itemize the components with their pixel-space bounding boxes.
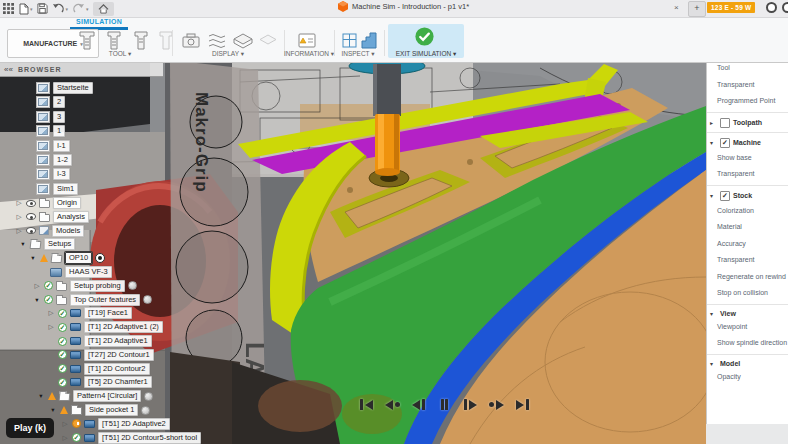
section-header-view[interactable]: ▾View — [707, 307, 788, 319]
inspect-group-label[interactable]: INSPECT ▾ — [332, 50, 384, 58]
tree-row[interactable]: ▾Setups — [0, 238, 75, 250]
tree-row[interactable]: ▷Origin — [0, 197, 81, 209]
panel-setting-programmed-point[interactable]: Programmed Point — [707, 93, 788, 110]
tree-row[interactable]: ▾OP10 — [0, 252, 105, 264]
panel-setting-show-spindle-direction[interactable]: Show spindle direction — [707, 335, 788, 352]
simulation-context-tab[interactable]: SIMULATION — [72, 18, 126, 25]
named-view-row[interactable]: Startseite — [0, 82, 93, 94]
exit-simulation-check-icon — [414, 26, 435, 51]
pause-button[interactable] — [436, 396, 453, 413]
home-view-button[interactable] — [93, 2, 114, 16]
operation-icon — [84, 434, 95, 442]
section-header-model[interactable]: ▾Model — [707, 357, 788, 369]
app-grid-icon[interactable] — [3, 3, 14, 14]
expand-arrow-icon: ▷ — [15, 227, 23, 235]
information-group-label[interactable]: INFORMATION ▾ — [278, 50, 340, 58]
section-header-stock[interactable]: ▾✓Stock — [707, 188, 788, 203]
document-tab[interactable]: Machine Sim - Introduction - p1 v1* — [338, 1, 469, 12]
tree-row[interactable]: ▾Pattern4 [Circular] — [0, 390, 153, 402]
step-forward-button[interactable] — [462, 396, 479, 413]
redo-button[interactable]: ▾ — [72, 3, 89, 14]
named-view-row[interactable]: I-3 — [0, 168, 70, 180]
step-back-button[interactable] — [410, 396, 427, 413]
tree-row[interactable]: HAAS VF-3 — [0, 266, 112, 278]
playback-bar-glyph — [445, 399, 448, 410]
panel-footer-area — [706, 424, 788, 444]
display-group-label[interactable]: DISPLAY ▾ — [198, 50, 258, 58]
section-caret-icon[interactable]: ▾ — [710, 310, 717, 317]
panel-setting-transparent[interactable]: Transparent — [707, 77, 788, 94]
tree-row[interactable]: ▷✓[T1] 2D Adaptive1 (2) — [0, 321, 163, 333]
panel-setting-transparent[interactable]: Transparent — [707, 252, 788, 269]
active-setup-radio[interactable] — [95, 253, 105, 263]
tree-row[interactable]: ▷✓Setup probing — [0, 280, 137, 292]
tree-row[interactable]: ▾✓Top Outer features — [0, 294, 152, 306]
named-view-row[interactable]: 3 — [0, 111, 65, 123]
section-caret-icon[interactable]: ▾ — [710, 192, 717, 199]
section-header-toolpath[interactable]: ▸Toolpath — [707, 115, 788, 130]
file-menu-button[interactable]: ▾ — [18, 3, 33, 15]
tool-group-label[interactable]: TOOL ▾ — [95, 50, 145, 58]
section-checkbox-stock[interactable]: ✓ — [720, 191, 730, 201]
operation-icon — [70, 309, 81, 317]
panel-setting-viewpoint[interactable]: Viewpoint — [707, 319, 788, 336]
folder-icon — [39, 200, 50, 208]
tree-row[interactable]: ✓[T1] 2D Adaptive1 — [0, 335, 152, 347]
folder-icon — [56, 283, 67, 291]
display-extra-button[interactable] — [257, 30, 279, 56]
panel-setting-opacity[interactable]: Opacity — [707, 369, 788, 386]
panel-setting-regenerate-on-rewind[interactable]: Regenerate on rewind — [707, 269, 788, 286]
section-caret-icon[interactable]: ▸ — [710, 119, 717, 126]
tree-node-label: Models — [52, 225, 84, 237]
section-divider — [707, 185, 788, 186]
undo-button[interactable]: ▾ — [52, 3, 69, 14]
tree-row[interactable]: ▷Models — [0, 225, 84, 237]
previous-operation-button[interactable] — [384, 396, 401, 413]
tool-display-button-4[interactable] — [155, 30, 177, 56]
section-divider — [707, 354, 788, 355]
tree-row[interactable]: ✓[T27] 2D Contour1 — [0, 349, 154, 361]
save-button[interactable] — [37, 3, 48, 14]
section-caret-icon[interactable]: ▾ — [710, 139, 717, 146]
panel-setting-colorization[interactable]: Colorization — [707, 203, 788, 220]
named-view-row[interactable]: I-1 — [0, 140, 70, 152]
tree-row[interactable]: ✓[T5] 2D Chamfer1 — [0, 376, 152, 388]
folder-open-icon — [51, 255, 63, 263]
panel-setting-stop-on-collision[interactable]: Stop on collision — [707, 285, 788, 302]
go-to-end-button[interactable] — [514, 396, 531, 413]
expand-arrow-icon: ▷ — [15, 199, 23, 207]
exit-simulation-label[interactable]: EXIT SIMULATION ▾ — [388, 50, 464, 58]
tree-row[interactable]: ▷✓[T19] Face1 — [0, 307, 132, 319]
playback-dot-glyph — [489, 402, 494, 407]
tree-row[interactable]: ✓[T1] 2D Contour2 — [0, 363, 150, 375]
new-tab-button[interactable]: + — [688, 1, 706, 17]
section-header-machine[interactable]: ▾✓Machine — [707, 135, 788, 150]
tree-row[interactable]: ▷Analysis — [0, 211, 89, 223]
section-checkbox-toolpath[interactable] — [720, 118, 730, 128]
close-tab-button[interactable]: × — [674, 2, 679, 14]
document-title: Machine Sim - Introduction - p1 v1* — [352, 2, 469, 11]
tree-node-label: Origin — [53, 197, 81, 209]
named-view-row[interactable]: Sim1 — [0, 183, 78, 195]
tree-row[interactable]: ▾Side pocket 1 — [0, 404, 150, 416]
tree-node-label: Top Outer features — [70, 294, 140, 306]
panel-setting-accuracy[interactable]: Accuracy — [707, 236, 788, 253]
panel-setting-material[interactable]: Material — [707, 219, 788, 236]
section-caret-icon[interactable]: ▾ — [710, 360, 717, 367]
operation-icon — [84, 420, 95, 428]
named-view-row[interactable]: 1-2 — [0, 154, 72, 166]
go-to-start-button[interactable] — [358, 396, 375, 413]
operation-icon — [70, 323, 81, 331]
panel-setting-transparent[interactable]: Transparent — [707, 166, 788, 183]
named-view-label: I-1 — [53, 140, 70, 152]
named-view-thumb — [36, 125, 50, 137]
panel-setting-show-base[interactable]: Show base — [707, 150, 788, 167]
simulate-panel-body: ▾✓ToolToolTransparentProgrammed Point▸To… — [707, 45, 788, 385]
named-view-row[interactable]: 1 — [0, 125, 65, 137]
playback-bar-glyph — [441, 399, 444, 410]
next-operation-button[interactable] — [488, 396, 505, 413]
named-view-row[interactable]: 2 — [0, 96, 65, 108]
section-checkbox-machine[interactable]: ✓ — [720, 138, 730, 148]
tree-node-label: Analysis — [53, 211, 89, 223]
collapse-caret-icon: ▾ — [33, 296, 41, 304]
